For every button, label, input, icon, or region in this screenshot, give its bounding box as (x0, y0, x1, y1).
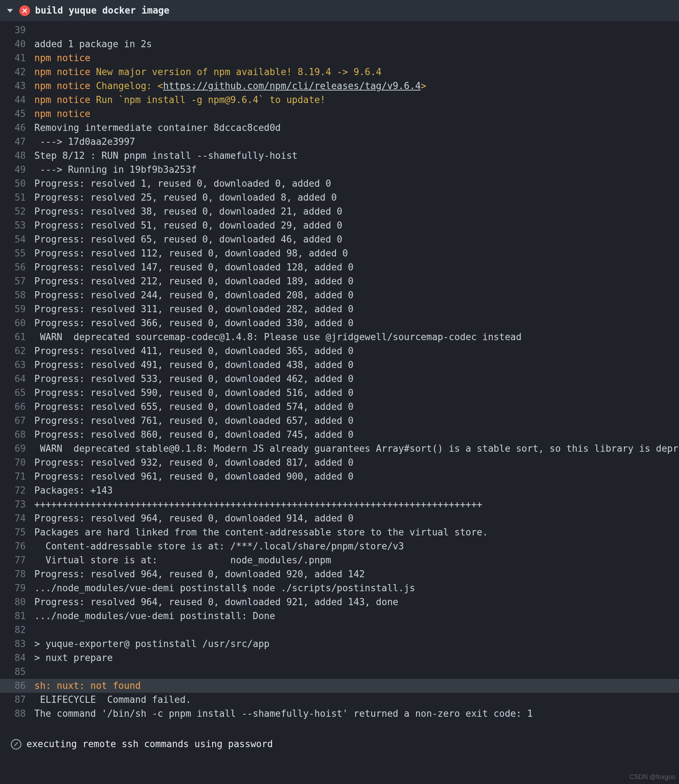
line-content: Progress: resolved 1, reused 0, download… (34, 177, 331, 191)
log-line: 48Step 8/12 : RUN pnpm install --shamefu… (0, 149, 679, 163)
line-number: 70 (0, 456, 34, 470)
line-content: Content-addressable store is at: /***/.l… (34, 539, 404, 553)
log-line: 46Removing intermediate container 8dccac… (0, 121, 679, 135)
line-content: Progress: resolved 964, reused 0, downlo… (34, 567, 365, 581)
log-line: 41npm notice (0, 51, 679, 65)
line-number: 59 (0, 302, 34, 316)
line-number: 44 (0, 93, 34, 107)
line-number: 50 (0, 177, 34, 191)
log-line: 67Progress: resolved 761, reused 0, down… (0, 414, 679, 428)
log-line: 43npm notice Changelog: <https://github.… (0, 79, 679, 93)
line-content: Progress: resolved 761, reused 0, downlo… (34, 414, 354, 428)
line-number: 80 (0, 595, 34, 609)
line-number: 43 (0, 79, 34, 93)
line-number: 63 (0, 358, 34, 372)
log-line: 81.../node_modules/vue-demi postinstall:… (0, 609, 679, 623)
log-line: 83> yuque-exporter@ postinstall /usr/src… (0, 637, 679, 651)
line-number: 68 (0, 428, 34, 442)
line-number: 82 (0, 623, 34, 637)
line-number: 61 (0, 330, 34, 344)
line-content: Progress: resolved 38, reused 0, downloa… (34, 205, 343, 219)
line-content: .../node_modules/vue-demi postinstall$ n… (34, 581, 415, 595)
log-line: 74Progress: resolved 964, reused 0, down… (0, 511, 679, 525)
line-content: Progress: resolved 590, reused 0, downlo… (34, 386, 354, 400)
log-line: 65Progress: resolved 590, reused 0, down… (0, 386, 679, 400)
step-header[interactable]: build yuque docker image (0, 0, 679, 21)
line-number: 46 (0, 121, 34, 135)
line-number: 60 (0, 316, 34, 330)
line-content: Progress: resolved 961, reused 0, downlo… (34, 470, 354, 484)
line-content: Progress: resolved 860, reused 0, downlo… (34, 428, 354, 442)
log-line: 61 WARN deprecated sourcemap-codec@1.4.8… (0, 330, 679, 344)
line-number: 72 (0, 484, 34, 498)
log-line: 50Progress: resolved 1, reused 0, downlo… (0, 177, 679, 191)
line-number: 65 (0, 386, 34, 400)
log-line: 44npm notice Run `npm install -g npm@9.6… (0, 93, 679, 107)
log-line: 73++++++++++++++++++++++++++++++++++++++… (0, 498, 679, 511)
line-content: .../node_modules/vue-demi postinstall: D… (34, 609, 275, 623)
line-content: WARN deprecated stable@0.1.8: Modern JS … (34, 442, 679, 456)
line-content: Progress: resolved 366, reused 0, downlo… (34, 316, 354, 330)
line-content: Progress: resolved 311, reused 0, downlo… (34, 302, 354, 316)
log-line: 39 (0, 23, 679, 37)
line-number: 84 (0, 651, 34, 665)
line-number: 45 (0, 107, 34, 121)
line-content: sh: nuxt: not found (34, 679, 141, 693)
line-content: > nuxt prepare (34, 651, 113, 665)
line-content: Progress: resolved 25, reused 0, downloa… (34, 191, 336, 205)
log-line: 60Progress: resolved 366, reused 0, down… (0, 316, 679, 330)
line-number: 47 (0, 135, 34, 149)
log-line: 76 Content-addressable store is at: /***… (0, 539, 679, 553)
line-content: Removing intermediate container 8dccac8c… (34, 121, 281, 135)
log-line: 64Progress: resolved 533, reused 0, down… (0, 372, 679, 386)
line-number: 55 (0, 247, 34, 260)
log-line: 62Progress: resolved 411, reused 0, down… (0, 344, 679, 358)
line-number: 69 (0, 442, 34, 456)
log-line: 45npm notice (0, 107, 679, 121)
log-line: 86sh: nuxt: not found (0, 679, 679, 693)
line-number: 52 (0, 205, 34, 219)
log-line: 80Progress: resolved 964, reused 0, down… (0, 595, 679, 609)
line-content: npm notice (34, 51, 91, 65)
fail-icon (19, 5, 30, 16)
line-content: The command '/bin/sh -c pnpm install --s… (34, 707, 533, 721)
line-number: 57 (0, 274, 34, 288)
line-number: 77 (0, 553, 34, 567)
line-number: 79 (0, 581, 34, 595)
log-line: 47 ---> 17d0aa2e3997 (0, 135, 679, 149)
line-number: 64 (0, 372, 34, 386)
line-content: Progress: resolved 964, reused 0, downlo… (34, 511, 354, 525)
line-content: Progress: resolved 51, reused 0, downloa… (34, 219, 343, 233)
line-number: 75 (0, 525, 34, 539)
line-content: Step 8/12 : RUN pnpm install --shamefull… (34, 149, 298, 163)
line-number: 71 (0, 470, 34, 484)
log-output: 3940added 1 package in 2s41npm notice42n… (0, 21, 679, 731)
chevron-down-icon (7, 9, 13, 12)
line-content: Progress: resolved 655, reused 0, downlo… (34, 400, 354, 414)
line-content: > yuque-exporter@ postinstall /usr/src/a… (34, 637, 269, 651)
line-number: 39 (0, 23, 34, 37)
line-number: 67 (0, 414, 34, 428)
line-number: 86 (0, 679, 34, 693)
line-content: Packages are hard linked from the conten… (34, 525, 488, 539)
line-number: 81 (0, 609, 34, 623)
line-content: ---> 17d0aa2e3997 (34, 135, 135, 149)
line-number: 58 (0, 288, 34, 302)
log-line: 87 ELIFECYCLE Command failed. (0, 693, 679, 707)
line-number: 48 (0, 149, 34, 163)
line-content: npm notice Run `npm install -g npm@9.6.4… (34, 93, 325, 107)
log-line: 69 WARN deprecated stable@0.1.8: Modern … (0, 442, 679, 456)
log-line: 78Progress: resolved 964, reused 0, down… (0, 567, 679, 581)
line-content: added 1 package in 2s (34, 37, 152, 51)
log-line: 56Progress: resolved 147, reused 0, down… (0, 260, 679, 274)
line-number: 74 (0, 511, 34, 525)
step-footer[interactable]: executing remote ssh commands using pass… (0, 731, 679, 762)
log-line: 68Progress: resolved 860, reused 0, down… (0, 428, 679, 442)
step-footer-title: executing remote ssh commands using pass… (27, 737, 273, 751)
line-number: 62 (0, 344, 34, 358)
line-number: 51 (0, 191, 34, 205)
log-line: 63Progress: resolved 491, reused 0, down… (0, 358, 679, 372)
log-line: 58Progress: resolved 244, reused 0, down… (0, 288, 679, 302)
line-number: 54 (0, 233, 34, 247)
line-number: 88 (0, 707, 34, 721)
